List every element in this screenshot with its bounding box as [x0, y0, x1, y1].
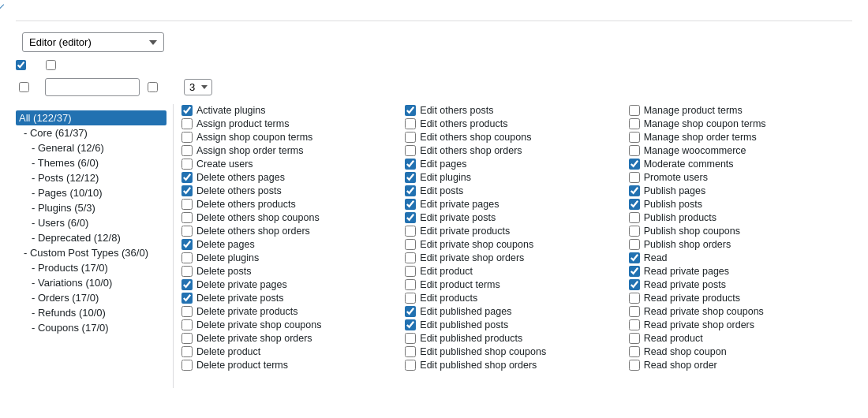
- cap-checkbox[interactable]: [181, 279, 193, 290]
- sidebar-item[interactable]: - Refunds (10/0): [16, 305, 166, 320]
- cap-checkbox[interactable]: [181, 306, 193, 317]
- cap-checkbox[interactable]: [629, 172, 640, 183]
- cap-checkbox[interactable]: [181, 199, 193, 210]
- cap-label: Manage shop order terms: [644, 132, 757, 143]
- cap-checkbox[interactable]: [629, 333, 640, 344]
- cap-checkbox[interactable]: [405, 226, 416, 237]
- show-deprecated-checkbox[interactable]: [46, 60, 56, 70]
- sidebar-item[interactable]: - Plugins (5/3): [16, 200, 166, 215]
- cap-checkbox[interactable]: [629, 239, 640, 250]
- sidebar-item[interactable]: - Orders (17/0): [16, 290, 166, 305]
- cap-label: Delete others shop orders: [196, 226, 310, 237]
- cap-checkbox[interactable]: [181, 172, 193, 183]
- cap-checkbox[interactable]: [405, 252, 416, 263]
- sidebar-item[interactable]: - Deprecated (12/8): [16, 230, 166, 245]
- cap-checkbox[interactable]: [405, 185, 416, 196]
- cap-checkbox[interactable]: [181, 239, 193, 250]
- cap-checkbox[interactable]: [405, 279, 416, 290]
- select-all-checkbox[interactable]: [19, 82, 29, 92]
- cap-checkbox[interactable]: [181, 145, 193, 156]
- cap-item: Publish shop coupons: [629, 225, 846, 237]
- cap-checkbox[interactable]: [629, 159, 640, 170]
- cap-checkbox[interactable]: [405, 346, 416, 357]
- cap-checkbox[interactable]: [405, 239, 416, 250]
- sidebar-item[interactable]: - Pages (10/10): [16, 185, 166, 200]
- cap-checkbox[interactable]: [181, 252, 193, 263]
- cap-checkbox[interactable]: [629, 212, 640, 223]
- show-deprecated-label[interactable]: [46, 60, 60, 70]
- cap-checkbox[interactable]: [629, 185, 640, 196]
- cap-checkbox[interactable]: [405, 132, 416, 143]
- cap-checkbox[interactable]: [629, 279, 640, 290]
- cap-checkbox[interactable]: [405, 172, 416, 183]
- cap-checkbox[interactable]: [405, 266, 416, 277]
- cap-label: Create users: [196, 159, 253, 170]
- sidebar-item[interactable]: - Variations (10/0): [16, 275, 166, 290]
- cap-checkbox[interactable]: [629, 319, 640, 330]
- sidebar-item[interactable]: - Themes (6/0): [16, 155, 166, 170]
- cap-item: Manage shop coupon terms: [629, 118, 846, 130]
- cap-label: Edit posts: [420, 185, 463, 196]
- cap-label: Edit others shop coupons: [420, 132, 531, 143]
- cap-checkbox[interactable]: [181, 333, 193, 344]
- sidebar-item[interactable]: - Users (6/0): [16, 215, 166, 230]
- cap-checkbox[interactable]: [405, 306, 416, 317]
- cap-checkbox[interactable]: [405, 360, 416, 371]
- show-readable-label[interactable]: [16, 60, 30, 70]
- cap-checkbox[interactable]: [629, 226, 640, 237]
- cap-checkbox[interactable]: [629, 293, 640, 304]
- cap-checkbox[interactable]: [181, 360, 193, 371]
- cap-checkbox[interactable]: [181, 293, 193, 304]
- sidebar-item[interactable]: All (122/37): [16, 110, 166, 125]
- sidebar-item[interactable]: - Core (61/37): [16, 125, 166, 140]
- cap-col-2: Edit others postsEdit others productsEdi…: [405, 104, 628, 388]
- cap-checkbox[interactable]: [181, 226, 193, 237]
- cap-item: Edit published posts: [405, 319, 622, 331]
- cap-checkbox[interactable]: [629, 105, 640, 116]
- sidebar-item[interactable]: - Posts (12/12): [16, 170, 166, 185]
- cap-checkbox[interactable]: [629, 132, 640, 143]
- cap-checkbox[interactable]: [629, 199, 640, 210]
- cap-checkbox[interactable]: [629, 145, 640, 156]
- granted-only-label[interactable]: [148, 82, 162, 92]
- granted-only-checkbox[interactable]: [148, 82, 158, 92]
- cap-checkbox[interactable]: [405, 199, 416, 210]
- cap-checkbox[interactable]: [405, 159, 416, 170]
- cap-checkbox[interactable]: [181, 105, 193, 116]
- cap-item: Publish shop orders: [629, 238, 846, 251]
- cap-checkbox[interactable]: [405, 118, 416, 129]
- cap-checkbox[interactable]: [405, 145, 416, 156]
- cap-checkbox[interactable]: [405, 293, 416, 304]
- cap-checkbox[interactable]: [405, 212, 416, 223]
- cap-checkbox[interactable]: [181, 159, 193, 170]
- cap-checkbox[interactable]: [629, 346, 640, 357]
- cap-checkbox[interactable]: [181, 319, 193, 330]
- cap-checkbox[interactable]: [405, 105, 416, 116]
- cap-checkbox[interactable]: [181, 212, 193, 223]
- cap-checkbox[interactable]: [629, 306, 640, 317]
- cap-checkbox[interactable]: [629, 266, 640, 277]
- cap-label: Read private shop coupons: [644, 306, 764, 317]
- sidebar-item[interactable]: - Custom Post Types (36/0): [16, 245, 166, 260]
- cap-item: Delete others pages: [181, 171, 398, 184]
- cap-label: Edit private products: [420, 226, 510, 237]
- sidebar-item[interactable]: - General (12/6): [16, 140, 166, 155]
- cap-checkbox[interactable]: [181, 266, 193, 277]
- cap-label: Assign shop coupon terms: [196, 132, 312, 143]
- cap-checkbox[interactable]: [181, 118, 193, 129]
- role-select[interactable]: Editor (editor) Administrator Author Con…: [22, 32, 164, 52]
- show-readable-checkbox[interactable]: [16, 60, 26, 70]
- cap-checkbox[interactable]: [629, 118, 640, 129]
- cap-checkbox[interactable]: [181, 132, 193, 143]
- cap-checkbox[interactable]: [629, 360, 640, 371]
- columns-select[interactable]: 3 2 4: [184, 79, 212, 95]
- cap-checkbox[interactable]: [181, 185, 193, 196]
- sidebar-item[interactable]: - Coupons (17/0): [16, 320, 166, 335]
- quick-filter-input[interactable]: [45, 78, 140, 96]
- cap-item: Edit published shop coupons: [405, 345, 622, 358]
- sidebar-item[interactable]: - Products (17/0): [16, 260, 166, 275]
- cap-checkbox[interactable]: [181, 346, 193, 357]
- cap-checkbox[interactable]: [405, 333, 416, 344]
- cap-checkbox[interactable]: [405, 319, 416, 330]
- cap-checkbox[interactable]: [629, 252, 640, 263]
